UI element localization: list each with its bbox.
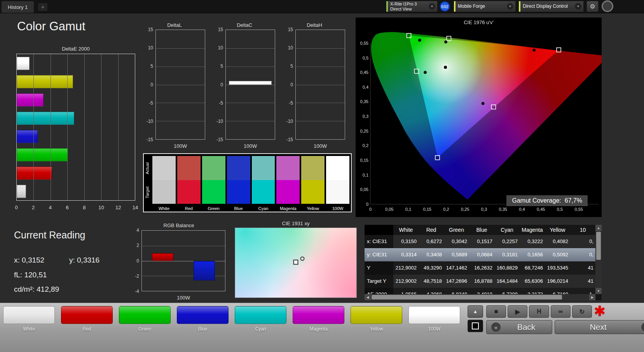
add-tab-button[interactable]: + [38, 3, 47, 11]
vertical-scroll-thumb[interactable] [596, 232, 601, 260]
loop-icon: ∞ [558, 308, 563, 315]
swatch-label: White [152, 206, 176, 211]
table-cell: 0,4082 [545, 235, 570, 248]
table-cell: 3,3173 [520, 288, 545, 294]
gear-icon[interactable]: ⚙ [586, 1, 599, 12]
hold-button[interactable]: H [529, 305, 549, 318]
patch-swatch [408, 306, 460, 324]
table-cell: 68,7246 [520, 261, 545, 275]
y-tick-label: 0 [150, 82, 153, 88]
swatch-target-white [152, 180, 176, 204]
next-label: Next [560, 322, 637, 332]
table-cell: 0,5889 [444, 248, 469, 261]
swatch-label: Green [202, 206, 225, 211]
patch-swatch [351, 306, 402, 324]
patch-white[interactable]: White [3, 306, 55, 332]
table-grid: WhiteRedGreenBlueCyanMagentaYellow10x: C… [365, 225, 595, 294]
table-cell: 0,2257 [494, 235, 520, 248]
patch-magenta[interactable]: Magenta [293, 306, 344, 332]
column-header: White [393, 225, 419, 235]
x-tick-label: 0,35 [499, 207, 507, 212]
gridline [84, 54, 85, 200]
y-tick-label: 0 [290, 82, 293, 88]
table-cell: 0, [570, 235, 595, 248]
target-marker-cyan [414, 69, 419, 74]
play-button[interactable]: ▶ [508, 305, 527, 318]
horizontal-scrollbar[interactable]: ◀ ▶ [365, 294, 595, 300]
patch-yellow[interactable]: Yellow [351, 306, 402, 332]
y-tick-label: 0 [366, 202, 368, 207]
y-tick-label: 5 [220, 63, 223, 69]
x-tick-label: 0,5 [557, 207, 563, 212]
rgb-balance-chart: RGB Balance 420-2-4 100W [131, 222, 227, 301]
source-dropdown[interactable]: Mobile Forge ▼ [454, 1, 516, 12]
cie1931-chart: CIE 1931 xy [235, 220, 357, 300]
scroll-down-icon[interactable]: ▼ [595, 288, 602, 294]
scroll-left-icon[interactable]: ◀ [365, 294, 371, 300]
meter-dropdown[interactable]: X-Rite i1Pro 3 Direct View ▼ [386, 1, 438, 12]
deltaE2000-xaxis: 02468101214 [16, 203, 135, 211]
gridline [296, 121, 345, 121]
table-cell: 65,6306 [520, 275, 545, 288]
patch-label: Green [119, 326, 171, 332]
display-control-dropdown[interactable]: Direct Display Control ▼ [518, 1, 584, 12]
x-tick-label: 0,45 [537, 207, 545, 212]
row-label: Target Y [365, 275, 393, 288]
table-clip: WhiteRedGreenBlueCyanMagentaYellow10x: C… [365, 225, 595, 294]
table-cell: 1, [570, 288, 595, 294]
meter-label: X-Rite i1Pro 3 Direct View [388, 2, 429, 12]
swatch-column-red [177, 156, 201, 204]
patch-window-button[interactable] [468, 320, 483, 332]
patch-100w[interactable]: 100W [408, 306, 460, 332]
refresh-button[interactable]: ↻ [572, 305, 592, 318]
table-cell: 212,9002 [393, 275, 419, 288]
tab-history-1[interactable]: History 1 [2, 1, 34, 13]
patch-red[interactable]: Red [61, 306, 113, 332]
deltaE2000-plot [16, 54, 135, 201]
y-tick-label: -5 [219, 100, 223, 106]
back-chevrons-icon: « [491, 322, 501, 332]
swatch-panel: Actual Target WhiteRedGreenBlueCyanMagen… [143, 153, 352, 212]
loop-button[interactable]: ∞ [551, 305, 571, 318]
y-tick-label: -10 [147, 119, 153, 124]
gridline [101, 54, 101, 200]
profile-circle-button[interactable] [602, 0, 613, 12]
table-cell: 6,8348 [444, 288, 469, 294]
gridline [118, 54, 119, 200]
swatch-column-green [202, 156, 225, 204]
collapse-button[interactable]: ▲ [468, 305, 483, 318]
back-button[interactable]: « Back [486, 320, 552, 334]
y-tick-label: 0,45 [360, 70, 368, 75]
vertical-scrollbar[interactable]: ▲ ▼ [595, 225, 602, 294]
refresh-icon: ↻ [579, 308, 585, 315]
y-tick-label: -10 [286, 119, 293, 124]
y-tick-label: 0,25 [360, 129, 368, 133]
y-tick-label: 0,05 [360, 187, 368, 192]
y-tick-label: -2 [135, 273, 139, 279]
patch-cyan[interactable]: Cyan [235, 306, 286, 332]
row-label: x: CIE31 [365, 235, 393, 248]
patch-blue[interactable]: Blue [177, 306, 229, 332]
scroll-up-icon[interactable]: ▲ [595, 225, 602, 231]
patch-window-icon [472, 322, 479, 329]
table-cell: 212,9002 [393, 261, 419, 275]
deltaH-xlabel: 100W [295, 143, 345, 149]
deltaE-bar-green [17, 148, 68, 161]
rgb-balance-plot [141, 230, 225, 291]
swatch-actual-100w [326, 156, 349, 180]
y-tick-label: 0,5 [363, 56, 368, 60]
patch-green[interactable]: Green [119, 306, 171, 332]
table-cell: 0,1656 [520, 248, 545, 261]
table-cell: 0,3181 [494, 248, 520, 261]
table-cell: 164,1484 [494, 275, 520, 288]
swatch-target-cyan [252, 180, 275, 204]
stop-button[interactable]: ■ [486, 305, 506, 318]
chevron-down-icon: ▼ [429, 3, 435, 10]
deltaE-bar-100w [17, 57, 30, 70]
deltaE-bar-red [17, 166, 52, 180]
scroll-right-icon[interactable]: ▶ [589, 294, 595, 300]
table-cell: 1,0565 [393, 288, 419, 294]
next-button[interactable]: Next » [555, 320, 644, 334]
horizontal-scroll-thumb[interactable] [372, 295, 562, 299]
y-tick-label: 0,55 [360, 41, 368, 46]
